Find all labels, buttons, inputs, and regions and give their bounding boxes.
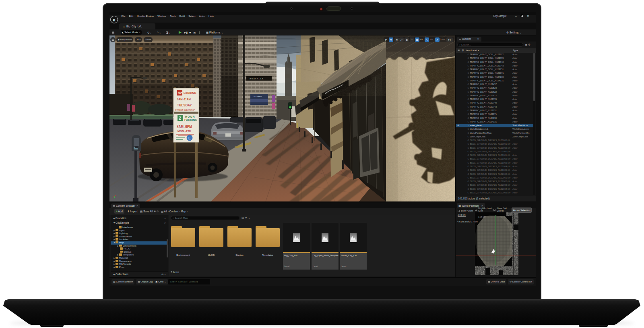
svg-text:PARKING: PARKING <box>184 118 197 121</box>
svg-text:9AM ̵ 11AM: 9AM ̵ 11AM <box>177 97 191 101</box>
svg-text:0.98 km: 0.98 km <box>478 216 485 218</box>
svg-text:2: 2 <box>179 116 181 120</box>
svg-text:BRASALLE: BRASALLE <box>250 77 264 80</box>
svg-text:MON - FRI: MON - FRI <box>178 129 191 133</box>
svg-text:STREET CLEANING*: STREET CLEANING* <box>175 109 195 111</box>
svg-text:TUESDAY: TUESDAY <box>177 103 192 107</box>
svg-text:L: L <box>188 136 191 140</box>
svg-text:8AM ̵ 6PM: 8AM ̵ 6PM <box>177 125 192 129</box>
svg-text:LOOK SHARP: LOOK SHARP <box>253 96 262 98</box>
svg-text:PARKING: PARKING <box>184 91 196 95</box>
svg-text:HOUR: HOUR <box>185 115 195 118</box>
svg-text:NO: NO <box>178 91 183 95</box>
